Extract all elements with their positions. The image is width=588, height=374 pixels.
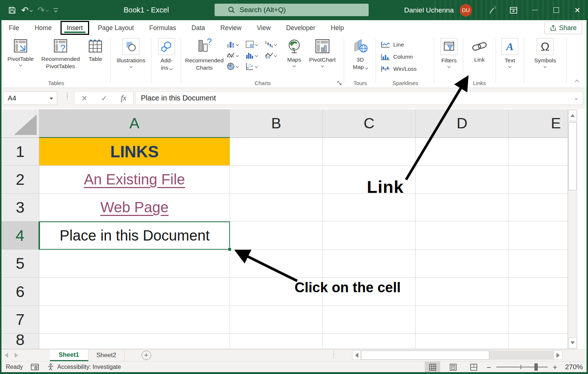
scroll-down-button[interactable] [569, 337, 577, 348]
column-header-B[interactable]: B [230, 109, 323, 138]
macro-record-button[interactable] [31, 364, 39, 370]
addins-button[interactable]: Add-ins [153, 36, 180, 72]
minimize-button[interactable] [524, 0, 545, 20]
horizontal-scroll-thumb[interactable] [361, 351, 489, 360]
next-sheet-button[interactable] [11, 349, 21, 361]
row-header-2[interactable]: 2 [1, 166, 39, 194]
cell-A8[interactable] [39, 334, 230, 349]
zoom-slider[interactable] [496, 367, 548, 367]
cell-D6[interactable] [416, 278, 509, 306]
cell-B1[interactable] [230, 138, 323, 166]
select-all-corner[interactable] [1, 109, 39, 138]
cell-B5[interactable] [230, 250, 323, 278]
charts-dialog-launcher[interactable] [337, 81, 342, 86]
insert-waterfall-chart-button[interactable] [264, 39, 284, 50]
illustrations-button[interactable]: Illustrations [112, 36, 150, 67]
tab-help[interactable]: Help [323, 20, 352, 36]
zoom-out-button[interactable]: − [486, 363, 491, 371]
vertical-scrollbar[interactable] [568, 109, 577, 349]
scroll-right-button[interactable] [554, 351, 562, 360]
cell-E4[interactable] [509, 221, 568, 250]
enter-button[interactable]: ✓ [101, 94, 107, 103]
sparkline-column-button[interactable]: Column [381, 51, 433, 63]
collapse-ribbon-button[interactable] [575, 80, 579, 84]
recommended-pivottables-button[interactable]: ? Recommended PivotTables [37, 36, 84, 70]
chevron-down-icon[interactable] [30, 8, 33, 11]
undo-button[interactable]: ↶ [21, 6, 32, 15]
filters-button[interactable]: Filters [435, 36, 463, 67]
recommended-charts-button[interactable]: ? Recommended Charts [182, 36, 226, 72]
cell-C3[interactable] [323, 194, 416, 221]
cell-A4-selected[interactable]: Place in this Document [39, 221, 230, 250]
cell-D7[interactable] [416, 306, 509, 334]
three-d-map-button[interactable]: 3D Map [345, 36, 375, 71]
link-button[interactable]: Link [464, 36, 495, 63]
page-break-preview-button[interactable] [466, 362, 481, 373]
cell-B3[interactable] [230, 194, 323, 221]
sheet-tab-sheet1[interactable]: Sheet1 [50, 349, 88, 361]
cell-C5[interactable] [323, 250, 416, 278]
cell-D4[interactable] [416, 221, 509, 250]
maps-button[interactable]: Maps [284, 36, 305, 67]
table-button[interactable]: Table [84, 36, 107, 70]
search-input[interactable]: Search (Alt+Q) [215, 4, 369, 16]
cell-D5[interactable] [416, 250, 509, 278]
page-layout-view-button[interactable] [445, 362, 461, 373]
cell-D2[interactable] [416, 166, 509, 194]
name-box[interactable]: A4 [3, 91, 57, 105]
tab-data[interactable]: Data [184, 20, 213, 36]
cell-E6[interactable] [509, 278, 568, 306]
user-name[interactable]: Daniel Uchenna [404, 6, 454, 14]
sparkline-line-button[interactable]: Line [381, 38, 433, 51]
tab-developer[interactable]: Developer [278, 20, 323, 36]
row-header-7[interactable]: 7 [1, 306, 39, 334]
cell-A3[interactable]: Web Page [39, 194, 230, 221]
scroll-up-button[interactable] [569, 110, 577, 121]
formula-input[interactable]: Place in this Document [135, 91, 583, 105]
cell-B4[interactable] [230, 221, 323, 250]
insert-column-chart-button[interactable] [226, 39, 245, 50]
row-header-5[interactable]: 5 [1, 250, 39, 278]
text-button[interactable]: A Text [496, 36, 523, 67]
horizontal-scrollbar[interactable] [352, 351, 577, 360]
zoom-in-button[interactable]: + [553, 363, 557, 371]
sheet-tab-sheet2[interactable]: Sheet2 [88, 349, 125, 361]
cell-A7[interactable] [39, 306, 230, 334]
tab-insert[interactable]: Insert [61, 21, 89, 35]
cell-B8[interactable] [230, 334, 323, 349]
cell-A5[interactable] [39, 250, 230, 278]
cancel-button[interactable]: ✕ [81, 94, 88, 103]
formula-bar-drag-dots[interactable]: ⋮⋮ [65, 93, 70, 99]
row-header-3[interactable]: 3 [1, 194, 39, 221]
horizontal-scroll-track[interactable] [361, 351, 554, 360]
cell-C7[interactable] [323, 306, 416, 334]
tab-review[interactable]: Review [213, 20, 249, 36]
cell-C4[interactable] [323, 221, 416, 250]
share-button[interactable]: Share [544, 22, 582, 34]
cell-D3[interactable] [416, 194, 509, 221]
cell-C1[interactable] [323, 138, 416, 166]
cell-E1[interactable] [509, 138, 568, 166]
tab-page-layout[interactable]: Page Layout [90, 20, 142, 36]
fill-handle[interactable] [228, 247, 231, 251]
cell-A1[interactable]: LINKS [39, 138, 230, 166]
new-sheet-button[interactable]: + [142, 351, 151, 360]
insert-line-chart-button[interactable] [226, 50, 245, 60]
customize-qat-button[interactable] [54, 8, 58, 12]
avatar[interactable]: DU [460, 4, 472, 16]
cell-D8[interactable] [416, 334, 509, 349]
cell-E2[interactable] [509, 166, 568, 194]
column-header-C[interactable]: C [323, 109, 416, 138]
insert-statistic-chart-button[interactable] [245, 50, 264, 60]
row-header-1[interactable]: 1 [1, 138, 39, 166]
previous-sheet-button[interactable] [1, 349, 11, 361]
zoom-level[interactable]: 270% [562, 363, 583, 371]
expand-formula-bar-icon[interactable] [575, 97, 578, 100]
cell-D1[interactable] [416, 138, 509, 166]
tab-file[interactable]: File [0, 20, 27, 36]
row-header-8[interactable]: 8 [1, 334, 39, 349]
pivotchart-button[interactable]: PivotChart [305, 36, 340, 67]
insert-pie-chart-button[interactable] [226, 61, 245, 72]
maximize-button[interactable] [545, 0, 567, 20]
zoom-slider-thumb[interactable] [534, 363, 538, 371]
